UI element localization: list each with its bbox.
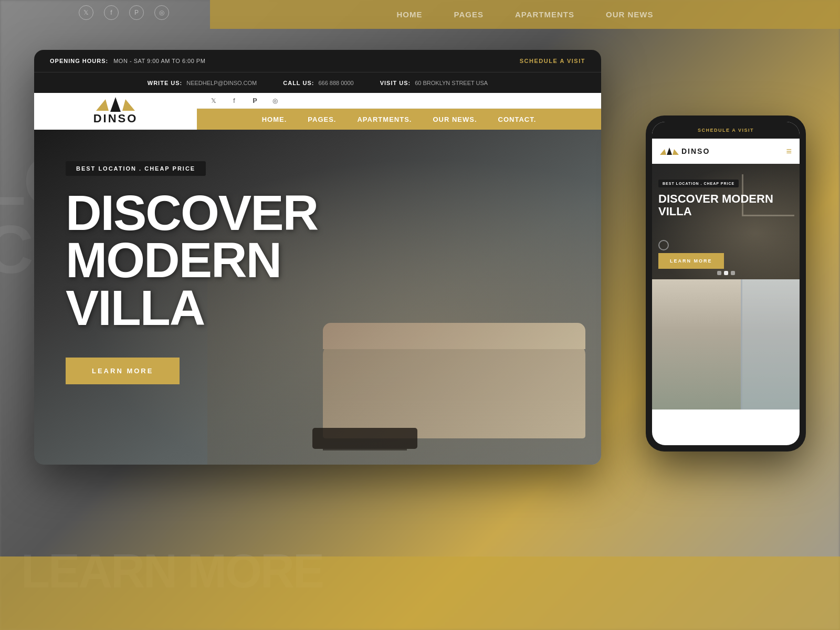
header-logo-nav: DINSO 𝕏 f 𝗣 ◎ HOME. PAGES. APARTMENTS. O…: [34, 93, 601, 130]
mobile-schedule-label[interactable]: SCHEDULE A VISIT: [698, 128, 754, 133]
hero-table-decoration: [312, 428, 417, 449]
mobile-cta-button[interactable]: LEARN MORE: [658, 253, 724, 269]
bg-nav-home: HOME: [397, 10, 423, 19]
mobile-screen: SCHEDULE A VISIT DINSO ≡ BEST LOCATION .…: [652, 122, 800, 445]
mobile-hero-tagline: BEST LOCATION . CHEAP PRICE: [658, 180, 739, 187]
bg-gold-strip: [0, 556, 840, 630]
social-icons-bar: 𝕏 f 𝗣 ◎: [197, 93, 601, 109]
hamburger-menu-icon[interactable]: ≡: [786, 146, 792, 157]
nav-contact[interactable]: CONTACT.: [498, 116, 537, 123]
visit-us-block: VISIT US: 60 BROKLYN STREET USA: [380, 80, 488, 86]
mobile-carousel-dots: [717, 271, 735, 275]
mobile-globe-icon: [658, 240, 669, 250]
mobile-logo-bar: DINSO ≡: [652, 139, 800, 164]
hero-sofa-decoration: [323, 344, 585, 438]
address-value: 60 BROKLYN STREET USA: [415, 80, 488, 86]
mobile-mockup: SCHEDULE A VISIT DINSO ≡ BEST LOCATION .…: [646, 116, 806, 452]
call-us-block: CALL US: 666 888 0000: [283, 80, 353, 86]
pinterest-icon[interactable]: 𝗣: [248, 94, 261, 107]
logo-icon: [96, 97, 135, 111]
nav-ournews[interactable]: OUR NEWS.: [433, 116, 477, 123]
hero-cta-button[interactable]: LEARN MORE: [66, 358, 180, 384]
call-label: CALL US:: [283, 80, 314, 86]
nav-social-area: 𝕏 f 𝗣 ◎ HOME. PAGES. APARTMENTS. OUR NEW…: [197, 93, 601, 130]
mobile-logo-text: DINSO: [681, 147, 710, 155]
mobile-hero-section: BEST LOCATION . CHEAP PRICE DISCOVER MOD…: [652, 164, 800, 279]
carousel-dot-1[interactable]: [717, 271, 721, 275]
visit-label: VISIT US:: [380, 80, 411, 86]
roof-right-icon: [122, 99, 135, 111]
mobile-window-decoration: [741, 279, 800, 410]
bg-nav-ournews: OUR NEWS: [606, 10, 654, 19]
hero-tagline-badge: BEST LOCATION . CHEAP PRICE: [66, 161, 206, 176]
header-top-bar: OPENING HOURS: MON - SAT 9:00 AM TO 6:00…: [34, 50, 601, 72]
roof-left-icon: [96, 99, 109, 111]
main-nav: HOME. PAGES. APARTMENTS. OUR NEWS. CONTA…: [197, 109, 601, 130]
carousel-dot-2[interactable]: [724, 271, 728, 275]
mobile-roof-left: [660, 149, 666, 155]
bg-twitter-icon: 𝕏: [79, 5, 93, 20]
hero-content-block: BEST LOCATION . CHEAP PRICE DISCOVER MOD…: [66, 161, 318, 384]
hero-section: BEST LOCATION . CHEAP PRICE DISCOVER MOD…: [34, 130, 601, 465]
mobile-logo: DINSO: [660, 147, 710, 155]
mobile-hero-title: DISCOVER MODERN VILLA: [658, 193, 800, 218]
hero-title-line3: VILLA: [66, 280, 204, 335]
opening-hours-value: MON - SAT 9:00 AM TO 6:00 PM: [113, 58, 205, 64]
mobile-roof-mid: [667, 148, 672, 155]
mobile-header-top: SCHEDULE A VISIT: [652, 122, 800, 139]
nav-pages[interactable]: PAGES.: [308, 116, 336, 123]
write-label: WRITE US:: [148, 80, 182, 86]
bg-facebook-icon: f: [104, 5, 119, 20]
nav-apartments[interactable]: APARTMENTS.: [357, 116, 412, 123]
desktop-mockup: OPENING HOURS: MON - SAT 9:00 AM TO 6:00…: [34, 50, 601, 465]
twitter-icon[interactable]: 𝕏: [207, 94, 220, 107]
logo-area: DINSO: [34, 93, 197, 130]
opening-hours-block: OPENING HOURS: MON - SAT 9:00 AM TO 6:00…: [50, 58, 205, 64]
mobile-roof-right: [673, 149, 679, 155]
schedule-visit-link[interactable]: SCHEDULE A VISIT: [520, 58, 585, 64]
bg-nav-apartments: APARTMENTS: [515, 10, 574, 19]
write-us-block: WRITE US: NEEDHELP@DINSO.COM: [148, 80, 257, 86]
header-contact-bar: WRITE US: NEEDHELP@DINSO.COM CALL US: 66…: [34, 72, 601, 93]
phone-value: 666 888 0000: [318, 80, 353, 86]
logo-text: DINSO: [93, 112, 138, 125]
opening-label: OPENING HOURS:: [50, 58, 108, 64]
hero-title: DISCOVER MODERN VILLA: [66, 189, 318, 331]
nav-home[interactable]: HOME.: [262, 116, 287, 123]
bg-social-bar: 𝕏 f P ◎: [79, 5, 169, 20]
bg-pinterest-icon: P: [129, 5, 144, 20]
mobile-bottom-image: [652, 279, 800, 410]
carousel-dot-3[interactable]: [731, 271, 735, 275]
roof-mid-icon: [110, 97, 121, 112]
bg-instagram-icon: ◎: [154, 5, 169, 20]
instagram-icon[interactable]: ◎: [269, 94, 281, 107]
bg-nav-pages: PAGES: [454, 10, 484, 19]
email-value: NEEDHELP@DINSO.COM: [186, 80, 257, 86]
mobile-logo-icon: [660, 148, 679, 155]
facebook-icon[interactable]: f: [228, 94, 240, 107]
bg-nav-bar: HOME PAGES APARTMENTS OUR NEWS: [210, 0, 840, 29]
